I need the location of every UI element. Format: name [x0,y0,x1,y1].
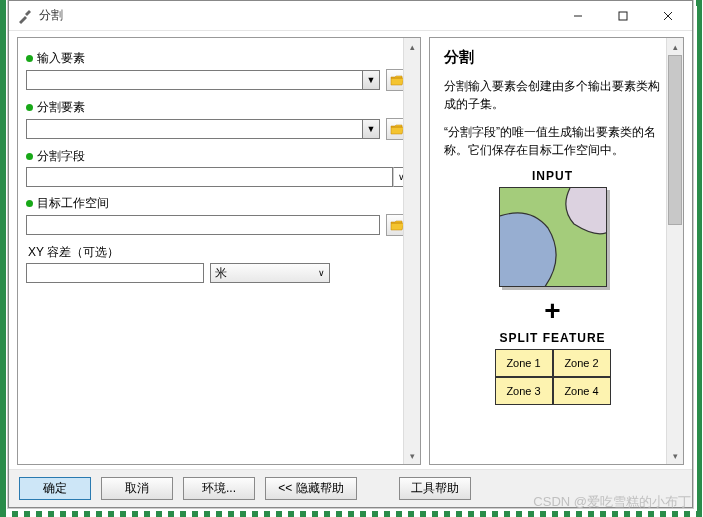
tool-help-button[interactable]: 工具帮助 [399,477,471,500]
environments-button[interactable]: 环境... [183,477,255,500]
window-title: 分割 [39,7,555,24]
required-dot-icon [26,55,33,62]
required-dot-icon [26,200,33,207]
ok-button[interactable]: 确定 [19,477,91,500]
split-feature-grid: Zone 1 Zone 2 Zone 3 Zone 4 [495,349,611,405]
xy-tolerance-unit-combo[interactable]: 米 ∨ [210,263,330,283]
svg-rect-1 [619,12,627,20]
scrollbar[interactable]: ▴ ▾ [666,38,683,464]
zone-cell: Zone 2 [553,349,611,377]
hammer-icon [17,8,33,24]
split-field-label: 分割字段 [37,148,85,165]
help-panel: 分割 分割输入要素会创建由多个输出要素类构成的子集。 “分割字段”的唯一值生成输… [429,37,684,465]
scrollbar-thumb[interactable] [668,55,682,225]
input-features-combo[interactable] [26,70,363,90]
input-illustration [499,187,607,287]
plus-icon: + [444,295,661,327]
dialog-window: 分割 输入要素 ▼ 分割要素 [8,0,693,508]
chevron-down-icon: ∨ [318,268,325,278]
hide-help-button[interactable]: << 隐藏帮助 [265,477,357,500]
zone-cell: Zone 4 [553,377,611,405]
unit-value: 米 [215,265,227,282]
xy-tolerance-label: XY 容差（可选） [28,244,119,261]
maximize-button[interactable] [600,1,645,30]
scroll-up-icon: ▴ [667,38,683,55]
titlebar: 分割 [9,1,692,31]
minimize-button[interactable] [555,1,600,30]
scroll-down-icon: ▾ [667,447,683,464]
help-paragraph-1: 分割输入要素会创建由多个输出要素类构成的子集。 [444,77,661,113]
split-features-dropdown[interactable]: ▼ [363,119,380,139]
parameters-panel: 输入要素 ▼ 分割要素 ▼ [17,37,421,465]
target-workspace-input[interactable] [26,215,380,235]
input-features-dropdown[interactable]: ▼ [363,70,380,90]
help-title: 分割 [444,48,661,67]
scrollbar[interactable]: ▴ ▾ [403,38,420,464]
target-workspace-label: 目标工作空间 [37,195,109,212]
cancel-button[interactable]: 取消 [101,477,173,500]
zone-cell: Zone 1 [495,349,553,377]
required-dot-icon [26,153,33,160]
scroll-down-icon: ▾ [404,447,420,464]
split-features-combo[interactable] [26,119,363,139]
split-feature-illustration-label: SPLIT FEATURE [444,331,661,345]
scroll-up-icon: ▴ [404,38,420,55]
help-paragraph-2: “分割字段”的唯一值生成输出要素类的名称。它们保存在目标工作空间中。 [444,123,661,159]
split-features-label: 分割要素 [37,99,85,116]
split-field-combo[interactable] [26,167,393,187]
button-bar: 确定 取消 环境... << 隐藏帮助 工具帮助 [9,469,692,507]
xy-tolerance-input[interactable] [26,263,204,283]
zone-cell: Zone 3 [495,377,553,405]
close-button[interactable] [645,1,690,30]
input-features-label: 输入要素 [37,50,85,67]
required-dot-icon [26,104,33,111]
input-illustration-label: INPUT [444,169,661,183]
